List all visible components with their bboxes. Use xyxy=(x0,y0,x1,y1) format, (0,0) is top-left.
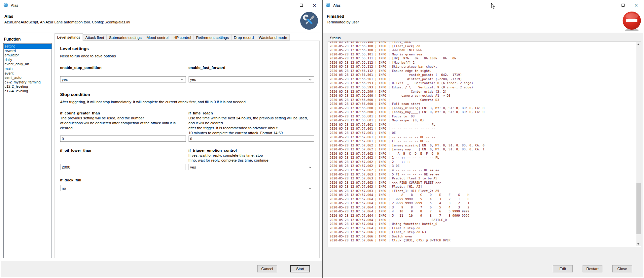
log-line: 2020-05-28 12:07:57.064 | INFO | A B C D… xyxy=(330,193,636,197)
log-line: 2020-05-28 12:07:57.062 | INFO | 4 -- --… xyxy=(330,168,636,172)
log-line: 2020-05-28 12:07:56.600 | INFO | [enemy_… xyxy=(330,106,636,110)
sidebar-item[interactable]: c12-2_leveling xyxy=(4,84,52,89)
tab-strip: Level settingsAttack fleetSubmarine sett… xyxy=(54,34,320,41)
log-line: 2020-05-28 12:07:57.062 | INFO | 3 0E --… xyxy=(330,164,636,168)
sidebar-item[interactable]: emulator xyxy=(4,53,52,58)
log-line: 2020-05-28 12:07:57.064 | INFO | 4 10 9 … xyxy=(330,209,636,214)
log-line: 2020-05-28 12:07:57.066 | INFO | Switch … xyxy=(330,234,636,239)
if-oil-lower-than-input[interactable] xyxy=(60,164,186,170)
sidebar-item[interactable]: event xyxy=(4,71,52,76)
sidebar-item[interactable]: c12-4_leveling xyxy=(4,89,52,94)
sidebar-item[interactable]: main xyxy=(4,67,52,71)
log-line: 2020-05-28 12:07:56.112 | INFO | Skip st… xyxy=(330,65,636,69)
sidebar-item[interactable]: reward xyxy=(4,49,52,53)
tab[interactable]: Mood control xyxy=(144,34,171,41)
log-line: 2020-05-28 12:07:57.063 | INFO | 5 F1 --… xyxy=(330,172,636,177)
start-button[interactable]: Start xyxy=(290,265,310,272)
right-content: Status 2020-05-28 12:07:56.100 | INFO | … xyxy=(323,33,643,261)
selected-value: yes xyxy=(190,77,196,81)
close-icon: × xyxy=(312,3,316,8)
tab[interactable]: Wasteland mode xyxy=(256,34,290,41)
tab-page-level-settings: Level settings Need to run once to save … xyxy=(54,41,320,258)
log-line: 2020-05-28 12:07:57.064 | INFO | Fleet 2… xyxy=(330,226,636,231)
sidebar-item[interactable]: event_daily_ab xyxy=(4,62,52,67)
log-scrollbar[interactable] xyxy=(636,42,641,246)
status-group-box: 2020-05-28 12:07:56.100 | INFO | fleet_l… xyxy=(328,41,641,247)
log-line: 2020-05-28 12:07:57.061 | INFO | 0E -- -… xyxy=(330,131,636,135)
log-line: 2020-05-28 12:07:57.062 | INFO | [enemy_… xyxy=(330,147,636,152)
tab[interactable]: HP control xyxy=(171,34,194,41)
log-line: 2020-05-28 12:07:56.601 | INFO | Focus t… xyxy=(330,114,636,119)
section-heading-stop-condition: Stop condition xyxy=(60,92,314,97)
field-label-if-dock-full: if_dock_full xyxy=(60,178,314,182)
restart-button[interactable]: Restart xyxy=(583,265,602,272)
window-title: Alas xyxy=(333,3,340,7)
scroll-down-icon[interactable] xyxy=(637,243,639,245)
divider xyxy=(60,107,314,107)
minimize-icon xyxy=(608,5,611,5)
right-header: Finished Terminated by user xyxy=(323,10,644,33)
function-listbox[interactable]: settingrewardemulatordailyevent_daily_ab… xyxy=(3,43,52,258)
close-icon: × xyxy=(634,3,638,8)
status-group-label: Status xyxy=(330,36,341,40)
if-time-reach-input[interactable] xyxy=(189,136,314,142)
log-line: 2020-05-28 12:07:57.066 | INFO | Fleet_2… xyxy=(330,230,636,234)
mouse-cursor xyxy=(491,3,495,11)
tab[interactable]: Retirement settings xyxy=(194,34,232,41)
minimize-button[interactable] xyxy=(281,0,295,10)
chevron-down-icon xyxy=(181,78,183,80)
log-output: 2020-05-28 12:07:56.100 | INFO | fleet_l… xyxy=(328,42,636,246)
log-line: 2020-05-28 12:07:57.064 | INFO | 3 9 8 7… xyxy=(330,205,636,210)
left-content: Function settingrewardemulatordailyevent… xyxy=(1,33,322,261)
function-label: Function xyxy=(4,37,21,42)
sidebar-item[interactable]: daily xyxy=(4,58,52,62)
left-window: Alas × Alas AzurLaneAutoScript, An Azur … xyxy=(0,0,322,278)
log-line: 2020-05-28 12:07:56.112 | INFO | [Map_bu… xyxy=(330,61,636,65)
if-trigger-emotion-control-select[interactable]: yes xyxy=(189,164,314,170)
tab[interactable]: Drop record xyxy=(231,34,257,41)
if-dock-full-select[interactable]: no xyxy=(60,185,314,191)
log-line: 2020-05-28 12:07:57.062 | INFO | 2 -- ++… xyxy=(330,160,636,164)
tab[interactable]: Submarine settings xyxy=(106,34,144,41)
window-title: Alas xyxy=(11,3,18,7)
log-line: 2020-05-28 12:07:57.061 | INFO | -- -- -… xyxy=(330,127,636,131)
scrollbar-thumb[interactable] xyxy=(636,183,641,234)
cancel-button[interactable]: Cancel xyxy=(257,265,277,272)
config-subtitle: AzurLaneAutoScript, An Azur Lane automat… xyxy=(4,20,130,24)
selected-value: yes xyxy=(62,77,68,81)
field-help: If yes, wait for reply, complete this ti… xyxy=(189,153,314,163)
selected-value: no xyxy=(62,186,66,190)
enable-fast-forward-select[interactable]: yes xyxy=(189,76,314,82)
maximize-icon xyxy=(622,4,625,7)
log-line: 2020-05-28 12:07:56.112 | INFO | Ensure … xyxy=(330,69,636,73)
tab[interactable]: Level settings xyxy=(54,33,83,41)
log-line: 2020-05-28 12:07:56.593 | INFO | 0.175s … xyxy=(330,81,636,85)
field-label-if-trigger-emotion-control: if_trigger_emotion_control xyxy=(189,148,314,152)
maximize-button[interactable] xyxy=(616,0,629,10)
edit-button[interactable]: Edit xyxy=(553,265,573,272)
scroll-up-icon[interactable] xyxy=(637,44,639,45)
chevron-down-icon xyxy=(309,166,311,168)
close-window-button[interactable]: Close xyxy=(612,265,632,272)
close-button[interactable]: × xyxy=(629,0,643,10)
log-line: 2020-05-28 12:07:57.064 | INFO | 2 9999 … xyxy=(330,201,636,205)
log-line: 2020-05-28 12:07:57.061 | INFO | -- -- -… xyxy=(330,123,636,127)
field-label-enable-stop-condition: enable_stop_condition xyxy=(60,66,186,70)
maximize-button[interactable] xyxy=(295,0,308,10)
left-titlebar: Alas × xyxy=(0,0,322,10)
log-line: 2020-05-28 12:07:57.062 | INFO | [enemy_… xyxy=(330,143,636,148)
left-footer: Cancel Start xyxy=(1,261,322,277)
log-line: 2020-05-28 12:07:57.063 | INFO | [Fleet_… xyxy=(330,189,636,193)
config-title: Alas xyxy=(4,14,13,19)
if-count-greater-than-input[interactable] xyxy=(60,136,186,142)
sidebar-item[interactable]: semi_auto xyxy=(4,76,52,80)
close-button[interactable]: × xyxy=(308,0,321,10)
tab[interactable]: Attack fleet xyxy=(83,34,107,41)
log-line: 2020-05-28 12:07:56.100 | INFO | [Fleet_… xyxy=(330,44,636,48)
sidebar-item[interactable]: setting xyxy=(4,44,52,49)
log-line: 2020-05-28 12:07:57.064 | INFO | 1 9999 … xyxy=(330,197,636,201)
sidebar-item[interactable]: c7-2_mystery_farming xyxy=(4,80,52,85)
field-help: The previous setting will be used, and t… xyxy=(60,116,186,131)
enable-stop-condition-select[interactable]: yes xyxy=(60,76,186,82)
minimize-button[interactable] xyxy=(603,0,616,10)
